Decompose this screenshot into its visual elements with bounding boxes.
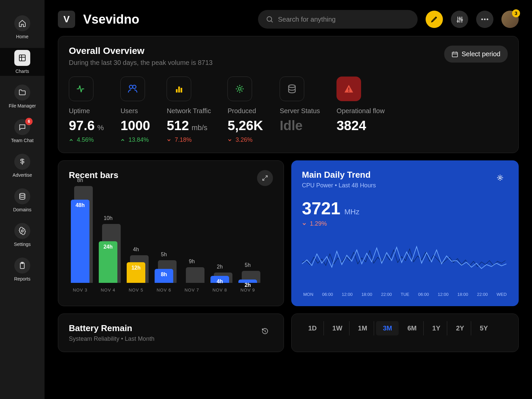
- expand-button[interactable]: [257, 170, 273, 186]
- filters-button[interactable]: [451, 11, 468, 28]
- alert-icon: [336, 77, 361, 101]
- battery-subtitle: Systeam Reliability • Last Month: [69, 335, 154, 342]
- range-tab-1d[interactable]: 1D: [302, 321, 324, 335]
- svg-point-14: [133, 85, 136, 89]
- sidebar-item-advertise[interactable]: Advertise: [0, 152, 45, 180]
- svg-point-6: [457, 21, 459, 22]
- kpi-label: Users: [120, 107, 150, 115]
- bar-front: 12h: [127, 262, 145, 283]
- axis-tick: 06:00: [322, 292, 333, 297]
- svg-rect-12: [452, 52, 458, 57]
- bar-category: NOV 8: [212, 288, 227, 293]
- kpi-delta: 13.84%: [120, 136, 150, 143]
- sidebar-label: Advertise: [13, 172, 32, 178]
- sidebar-item-charts[interactable]: Charts: [0, 48, 45, 76]
- kpi-users: Users 1000 13.84%: [120, 77, 150, 143]
- bar-front: 2h: [238, 280, 257, 283]
- bar-back-label: 2h: [210, 264, 229, 270]
- range-tab-1m[interactable]: 1M: [351, 321, 374, 335]
- sidebar-item-file-manager[interactable]: File Manager: [0, 83, 45, 110]
- sidebar-label: Charts: [15, 69, 29, 74]
- kpi-unit: mb/s: [192, 123, 207, 132]
- bar-group: 5h2hNOV 9: [238, 271, 257, 293]
- trend-settings-button[interactable]: [492, 170, 508, 186]
- search-icon: [266, 16, 273, 23]
- trend-delta: 1.29%: [302, 220, 508, 227]
- svg-point-13: [129, 85, 133, 89]
- avatar[interactable]: 3: [501, 11, 519, 28]
- kpi-operational-flow: Operational flow 3824: [336, 77, 385, 143]
- kpi-label: Produced: [227, 107, 263, 115]
- search-input[interactable]: [278, 16, 410, 23]
- bar-category: NOV 6: [157, 288, 171, 293]
- sidebar-item-domains[interactable]: Domains: [0, 186, 45, 214]
- more-icon: [481, 18, 488, 20]
- svg-point-19: [289, 85, 295, 88]
- range-tab-1w[interactable]: 1W: [326, 321, 349, 335]
- sidebar-label: File Manager: [9, 103, 36, 108]
- battery-card: Battery Remain Systeam Reliability • Las…: [58, 313, 284, 352]
- bar-group: 2h4hNOV 8: [210, 273, 229, 293]
- axis-tick: 18:00: [458, 292, 468, 297]
- chevron-down-icon: [302, 222, 307, 226]
- svg-point-1: [20, 193, 25, 195]
- svg-rect-20: [348, 88, 349, 90]
- kpi-label: Operational flow: [336, 107, 385, 115]
- overview-card: Overall Overview During the last 30 days…: [58, 36, 519, 153]
- kpi-network: Network Traffic 512mb/s 7.18%: [167, 77, 211, 143]
- more-button[interactable]: [476, 11, 493, 28]
- sidebar-label: Reports: [14, 276, 30, 282]
- chat-badge: 6: [25, 118, 33, 125]
- bar-group: 9hNOV 7: [183, 267, 201, 293]
- line-axis: MON06:0012:0018:0022:00TUE06:0012:0018:0…: [302, 292, 508, 297]
- sidebar-item-team-chat[interactable]: 6 Team Chat: [0, 117, 45, 145]
- header: V Vsevidno 3: [58, 10, 519, 29]
- bar-front: 4h: [210, 276, 229, 283]
- bar-group: 8h48hNOV 3: [71, 186, 89, 293]
- bar-front: 48h: [71, 200, 89, 283]
- kpi-value: 512: [167, 118, 189, 133]
- svg-point-7: [459, 18, 461, 19]
- kpi-value: 3824: [336, 118, 366, 133]
- axis-tick: MON: [303, 292, 313, 297]
- bar-category: NOV 4: [101, 288, 115, 293]
- range-tab-2y[interactable]: 2Y: [449, 321, 471, 335]
- kpi-value: 1000: [120, 118, 150, 133]
- axis-tick: 22:00: [381, 292, 392, 297]
- logo-text: Vsevidno: [83, 12, 139, 27]
- bar-front: 24h: [99, 241, 117, 283]
- kpi-unit: %: [97, 123, 104, 132]
- chevron-down-icon: [167, 138, 171, 142]
- svg-point-10: [484, 19, 486, 20]
- kpi-produced: Produced 5,26K 3.26%: [227, 77, 263, 143]
- bar-back: [186, 267, 204, 283]
- range-tab-3m[interactable]: 3M: [376, 321, 399, 335]
- avatar-badge: 3: [512, 9, 520, 17]
- kpi-value: 97.6: [69, 118, 95, 133]
- range-tab-5y[interactable]: 5Y: [473, 321, 494, 335]
- sidebar-item-home[interactable]: Home: [0, 13, 45, 41]
- search-bar[interactable]: [258, 10, 418, 29]
- kpi-value: Idle: [280, 118, 303, 133]
- gear-icon: [496, 174, 504, 181]
- recent-bars-card: Recent bars 8h48hNOV 310h24hNOV 44h12hNO…: [58, 160, 284, 306]
- svg-point-22: [499, 177, 501, 179]
- svg-point-21: [348, 91, 350, 92]
- bar-category: NOV 5: [129, 288, 143, 293]
- bar-back-label: 5h: [155, 252, 173, 258]
- kpi-row: Uptime 97.6% 4.56% Users 1000 13.84% Net…: [69, 77, 508, 143]
- select-period-button[interactable]: Select period: [444, 46, 508, 63]
- sidebar-item-settings[interactable]: Settings: [0, 221, 45, 249]
- svg-point-18: [238, 88, 241, 90]
- edit-button[interactable]: [426, 11, 443, 28]
- sidebar-label: Home: [16, 34, 28, 39]
- range-tab-6m[interactable]: 6M: [401, 321, 424, 335]
- range-tab-1y[interactable]: 1Y: [426, 321, 447, 335]
- bar-category: NOV 9: [240, 288, 255, 293]
- history-button[interactable]: [257, 323, 273, 339]
- folder-icon: [14, 85, 30, 100]
- bar-chart: 8h48hNOV 310h24hNOV 44h12hNOV 55h8hNOV 6…: [69, 193, 273, 293]
- sidebar-item-reports[interactable]: Reports: [0, 256, 45, 284]
- calendar-icon: [452, 51, 458, 58]
- axis-tick: TUE: [401, 292, 409, 297]
